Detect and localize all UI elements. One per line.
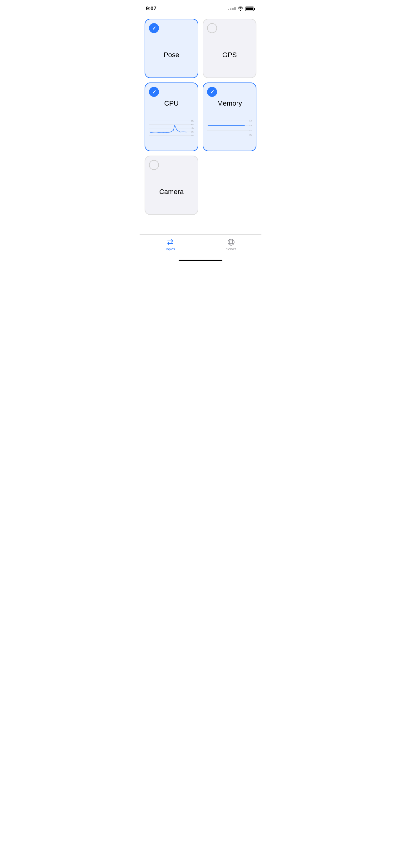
memory-checkbox[interactable]: ✓ — [207, 87, 217, 97]
cards-row-3: Camera — [144, 156, 257, 215]
wifi-icon — [238, 6, 243, 11]
pose-card[interactable]: ✓ Pose — [144, 19, 198, 78]
cards-row-1: ✓ Pose GPS — [144, 19, 257, 78]
pose-checkbox[interactable]: ✓ — [149, 23, 159, 33]
cards-row-2: ✓ CPU 8% 6% 4% 2% 0% — [144, 83, 257, 151]
camera-checkbox[interactable] — [149, 160, 159, 170]
tab-server-label: Server — [226, 247, 236, 251]
pose-title: Pose — [149, 45, 194, 62]
home-indicator — [140, 260, 261, 264]
gps-card[interactable]: GPS — [203, 19, 257, 78]
tab-topics[interactable]: Topics — [140, 237, 201, 251]
memory-card[interactable]: ✓ Memory 0.3% 0.2% 0.1% 0% — [203, 83, 257, 151]
gps-checkbox[interactable] — [207, 23, 217, 33]
memory-title: Memory — [207, 97, 252, 109]
tab-server[interactable]: Server — [201, 237, 261, 251]
svg-text:8%: 8% — [192, 120, 194, 122]
cpu-chart: 8% 6% 4% 2% 0% — [149, 110, 194, 147]
camera-title: Camera — [149, 182, 194, 199]
svg-text:0%: 0% — [249, 134, 252, 136]
cpu-title: CPU — [149, 97, 194, 109]
home-bar — [179, 260, 222, 261]
camera-card[interactable]: Camera — [144, 156, 198, 215]
topics-icon — [166, 239, 175, 246]
battery-icon — [245, 6, 255, 11]
status-time: 9:07 — [146, 6, 157, 12]
svg-text:4%: 4% — [192, 127, 194, 129]
tab-topics-label: Topics — [165, 247, 175, 251]
svg-text:0%: 0% — [192, 135, 194, 136]
memory-chart: 0.3% 0.2% 0.1% 0% — [207, 110, 252, 147]
main-content: ✓ Pose GPS ✓ CPU — [140, 16, 261, 226]
svg-text:2%: 2% — [192, 131, 194, 133]
signal-icon — [228, 7, 236, 10]
server-icon — [227, 239, 235, 246]
memory-chart-svg: 0.3% 0.2% 0.1% 0% — [207, 110, 252, 147]
cpu-chart-svg: 8% 6% 4% 2% 0% — [149, 110, 194, 147]
tab-bar: Topics Server — [140, 234, 261, 260]
checkmark-icon: ✓ — [152, 89, 156, 95]
svg-text:0.2%: 0.2% — [249, 125, 252, 127]
svg-text:0.1%: 0.1% — [249, 130, 252, 131]
checkmark-icon: ✓ — [210, 89, 214, 95]
status-bar: 9:07 — [140, 0, 261, 16]
cpu-checkbox[interactable]: ✓ — [149, 87, 159, 97]
svg-point-20 — [230, 239, 233, 245]
svg-text:6%: 6% — [192, 124, 194, 126]
status-icons — [228, 6, 255, 11]
spacer — [140, 226, 261, 234]
svg-text:0.3%: 0.3% — [249, 120, 252, 122]
cpu-card[interactable]: ✓ CPU 8% 6% 4% 2% 0% — [144, 83, 198, 151]
checkmark-icon: ✓ — [152, 25, 156, 31]
svg-point-19 — [228, 239, 234, 245]
gps-title: GPS — [207, 45, 252, 62]
